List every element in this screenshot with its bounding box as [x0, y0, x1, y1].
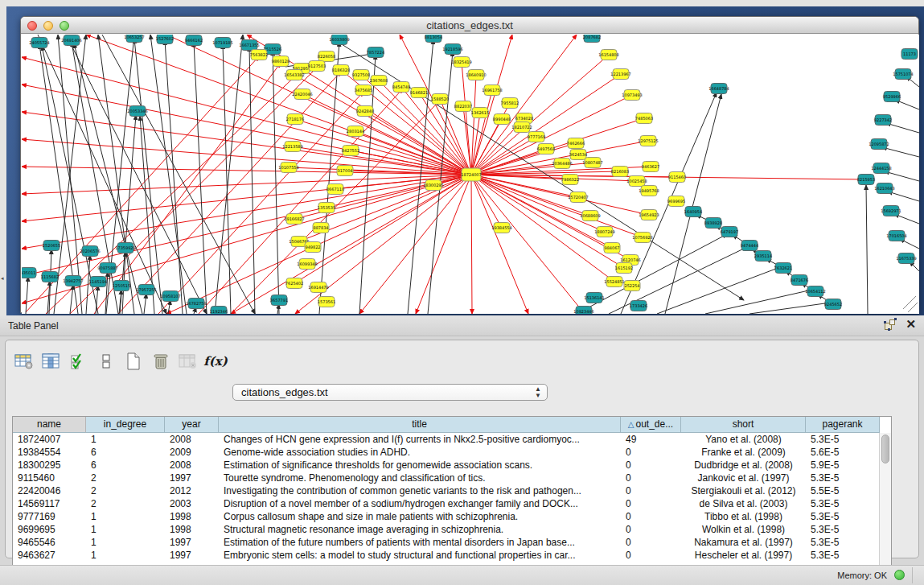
table-row[interactable]: 2242004622012Investigating the contribut… [13, 484, 891, 497]
column-header-name[interactable]: name [13, 417, 86, 433]
table-scrollbar[interactable] [879, 433, 891, 565]
table-settings-icon[interactable] [12, 350, 36, 373]
graph-node[interactable]: 17016504 [886, 231, 906, 241]
graph-node[interactable]: 7462666 [567, 138, 585, 149]
column-header-title[interactable]: title [219, 417, 621, 433]
graph-node[interactable]: 19384554 [491, 223, 511, 233]
graph-node[interactable]: 10107554 [278, 163, 298, 173]
graph-node[interactable]: 10654112 [805, 286, 825, 297]
graph-node[interactable]: 1115682 [41, 272, 59, 282]
graph-node[interactable]: 7857224 [367, 47, 384, 58]
graph-node[interactable]: 16210643 [874, 183, 894, 194]
graph-node[interactable]: 6479197 [721, 227, 738, 237]
network-canvas[interactable]: 2405572420691406106532571527602946616210… [22, 35, 919, 314]
table-row[interactable]: 1872400712008Changes of HCN gene express… [13, 433, 891, 446]
graph-node[interactable]: 7955812 [501, 98, 519, 109]
graph-node[interactable]: 20364486 [552, 159, 572, 169]
graph-node[interactable]: 10025458 [626, 176, 647, 187]
graph-node[interactable]: 7632621 [774, 263, 792, 274]
graph-node[interactable]: 9227342 [874, 115, 892, 126]
graph-node[interactable]: 9860128 [272, 56, 290, 67]
graph-node[interactable]: 8215953 [857, 175, 875, 185]
graph-node[interactable]: 15720407 [568, 192, 588, 203]
graph-node[interactable]: 18300295 [423, 180, 443, 191]
graph-node[interactable]: 16671355 [239, 40, 259, 51]
graph-node[interactable]: 1250515 [113, 281, 130, 291]
new-column-icon[interactable] [121, 350, 146, 373]
graph-node[interactable]: 2718176 [286, 114, 304, 125]
graph-node[interactable]: 2367608 [370, 76, 388, 86]
graph-node[interactable]: 1192346 [210, 307, 228, 315]
graph-node[interactable]: 984067 [604, 243, 620, 253]
row-height-icon[interactable] [94, 350, 118, 373]
graph-node[interactable]: 9327508 [352, 70, 370, 80]
graph-node[interactable]: 7563822 [250, 50, 268, 60]
graph-node[interactable]: 252254 [624, 281, 640, 291]
graph-node[interactable]: 18325419 [451, 57, 471, 68]
table-row[interactable]: 1938455462009Genome-wide association stu… [13, 446, 891, 459]
graph-node[interactable]: 1640954 [684, 207, 702, 217]
graph-node[interactable]: 9466162 [185, 35, 203, 46]
graph-node[interactable]: 16648784 [708, 84, 729, 94]
graph-node[interactable]: 17957255 [136, 285, 156, 295]
graph-node[interactable]: 6497568 [537, 144, 555, 154]
graph-node[interactable]: 8454749 [392, 82, 410, 93]
graph-node[interactable]: 20206576 [80, 246, 100, 257]
graph-node[interactable]: 8427552 [342, 146, 359, 156]
graph-node[interactable]: 12213589 [282, 142, 302, 152]
graph-node[interactable]: 9242848 [356, 106, 374, 117]
network-window-titlebar[interactable]: citations_edges.txt [21, 17, 918, 34]
graph-node[interactable]: 10756928 [632, 233, 652, 243]
select-columns-icon[interactable] [67, 350, 91, 373]
graph-node[interactable]: 16961758 [482, 85, 502, 96]
column-header-short[interactable]: short [681, 417, 806, 433]
function-builder-icon[interactable]: f(x) [203, 350, 228, 373]
graph-node[interactable]: 3624534 [569, 150, 587, 160]
graph-node[interactable]: 15524851 [604, 277, 624, 287]
graph-node[interactable]: 8938928 [704, 218, 722, 229]
graph-node[interactable]: 13942757 [63, 276, 83, 286]
graph-node[interactable]: 9115460 [668, 172, 686, 183]
graph-node[interactable]: 3657791 [270, 295, 288, 306]
graph-node[interactable]: 317004 [337, 166, 353, 176]
column-header-out-de-[interactable]: △out_de... [621, 417, 681, 433]
graph-node[interactable]: 15136141 [584, 293, 604, 303]
graph-node[interactable]: 9245652 [824, 299, 842, 310]
graph-node[interactable]: 1733426 [630, 301, 647, 311]
graph-node[interactable]: 2803144 [347, 126, 364, 137]
graph-node[interactable]: 16099348 [297, 259, 317, 270]
graph-node[interactable]: 10653257 [124, 35, 144, 43]
graph-node[interactable]: 1573561 [318, 297, 335, 307]
graph-node[interactable]: 9127503 [308, 61, 326, 72]
graph-node[interactable]: 2087682 [583, 35, 601, 43]
graph-node[interactable]: 22420046 [292, 89, 312, 100]
graph-node[interactable]: 18724007 [461, 168, 481, 181]
graph-node[interactable]: 19166827 [284, 214, 304, 225]
graph-node[interactable]: 16543382 [284, 70, 304, 80]
graph-node[interactable]: 20691406 [61, 35, 81, 46]
graph-node[interactable]: 8813054 [425, 35, 442, 43]
graph-node[interactable]: 12444158 [871, 163, 891, 174]
graph-node[interactable]: 935011 [22, 268, 36, 278]
table-row[interactable]: 969969511998Structural magnetic resonanc… [13, 523, 891, 536]
table-selector-dropdown[interactable]: citations_edges.txt ▲▼ [232, 384, 548, 401]
graph-node[interactable]: 1145194 [89, 277, 107, 287]
graph-node[interactable]: 8667110 [326, 184, 344, 195]
close-panel-icon[interactable]: ✕ [906, 319, 916, 330]
window-resize-grip[interactable] [903, 296, 918, 312]
graph-node[interactable]: 11675339 [896, 253, 916, 264]
graph-node[interactable]: 9699695 [667, 196, 685, 207]
table-row[interactable]: 946554611997Estimation of the future num… [13, 536, 891, 549]
graph-node[interactable]: 8990448 [493, 114, 511, 125]
graph-node[interactable]: 19495768 [639, 186, 659, 196]
graph-node[interactable]: 20053346 [127, 106, 147, 117]
delete-column-icon[interactable] [149, 350, 173, 373]
graph-node[interactable]: 15751074 [893, 69, 913, 80]
citation-network-graph[interactable]: 2405572420691406106532571527602946616210… [22, 35, 919, 314]
graph-node[interactable]: 887834 [313, 223, 329, 233]
float-panel-icon[interactable] [885, 319, 896, 330]
graph-node[interactable]: 9146821 [410, 88, 428, 98]
graph-node[interactable]: 9474444 [741, 241, 758, 251]
graph-node[interactable]: 17359928 [115, 243, 135, 253]
graph-node[interactable]: 18210722 [511, 122, 532, 133]
